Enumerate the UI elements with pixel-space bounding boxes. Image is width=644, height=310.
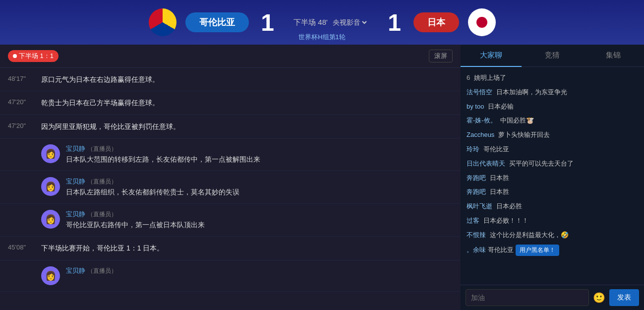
chat-num-badge: 6 — [467, 74, 470, 81]
chat-list: 6 姚明上场了 法号悟空 日本加油啊，为东亚争光 by too 日本必输 霍-姝… — [461, 67, 644, 285]
tab-highlights[interactable]: 集锦 — [583, 45, 644, 66]
commentary-header: 下半场 1：1 滚屏 — [0, 45, 461, 68]
comment-time — [8, 144, 35, 145]
comment-time: 47'20" — [8, 97, 35, 106]
avatar: 👩 — [41, 210, 60, 229]
chat-username: 奔跑吧 — [467, 174, 486, 182]
event-text: 乾贵士为日本在己方半场赢得任意球。 — [41, 97, 453, 108]
comment-item: 👩 宝贝静 （直播员） 日本队大范围的转移到左路，长友佑都传中，第一点被解围出来 — [0, 138, 461, 171]
comment-time: 47'20" — [8, 121, 35, 129]
chat-text: 买平的可以先去天台了 — [509, 160, 574, 167]
comment-author: 宝贝静 （直播员） — [66, 266, 453, 275]
comment-item: 👩 宝贝静 （直播员） 哥伦比亚队右路传中，第一点被日本队顶出来 — [0, 204, 461, 237]
chat-message: 奔跑吧 日本胜 — [467, 171, 638, 186]
comment-author: 宝贝静 （直播员） — [66, 177, 453, 186]
team-left-button[interactable]: 哥伦比亚 — [185, 12, 249, 32]
match-header: 哥伦比亚 1 下半场 48' 央视影音 1 日本 世界杯H组第1轮 — [0, 0, 644, 45]
comment-item: 47'20" 因为阿里亚斯犯规，哥伦比亚被判罚任意球。 — [0, 115, 461, 138]
match-info-center: 下半场 48' 央视影音 — [287, 18, 376, 27]
chat-message: 法号悟空 日本加油啊，为东亚争光 — [467, 85, 638, 100]
chat-message: 枫叶飞逝 日本必胜 — [467, 199, 638, 214]
match-time: 下半场 48' — [293, 18, 328, 27]
comment-body: 宝贝静 （直播员） 哥伦比亚队右路传中，第一点被日本队顶出来 — [66, 210, 453, 230]
chat-username: 奔跑吧 — [467, 188, 486, 195]
chat-message: 奔跑吧 日本胜 — [467, 185, 638, 199]
chat-message: 过客 日本必败！！！ — [467, 214, 638, 228]
comment-time — [8, 210, 35, 211]
team-left-flag — [149, 8, 176, 36]
chat-message: by too 日本必输 — [467, 100, 638, 114]
chat-message: 不恨辣 这个比分是利益最大化，🤣 — [467, 228, 638, 243]
chat-username: 玲玲 — [467, 145, 479, 153]
chat-username: 枫叶飞逝 — [467, 202, 492, 210]
source-select[interactable]: 央视影音 — [331, 18, 368, 27]
avatar: 👩 — [41, 266, 60, 285]
chat-text: 哥伦比亚 — [488, 245, 514, 255]
comment-time — [8, 177, 35, 178]
comment-time — [8, 266, 35, 267]
score-left: 1 — [258, 9, 278, 36]
avatar: 👩 — [41, 177, 60, 196]
popup-tag[interactable]: 用户黑名单！ — [516, 245, 559, 256]
chat-text: 姚明上场了 — [474, 74, 506, 81]
chat-message: 日出代表晴天 买平的可以先去天台了 — [467, 157, 638, 171]
live-status: 下半场 1：1 — [19, 52, 54, 61]
comment-author: 宝贝静 （直播员） — [66, 210, 453, 219]
comment-body: 因为阿里亚斯犯规，哥伦比亚被判罚任意球。 — [41, 121, 453, 132]
comment-author: 宝贝静 （直播员） — [66, 144, 453, 153]
team-right-flag — [468, 8, 496, 36]
chat-text: 日本必输 — [488, 103, 514, 110]
chat-username: Zaccheus — [467, 131, 494, 138]
chat-text: 日本必胜 — [496, 202, 522, 210]
comment-body: 乾贵士为日本在己方半场赢得任意球。 — [41, 97, 453, 108]
chat-text: 日本加油啊，为东亚争光 — [496, 88, 567, 96]
match-status: 下半场 48' 央视影音 — [293, 18, 368, 27]
chat-text: 日本胜 — [490, 188, 509, 195]
comment-text: 哥伦比亚队右路传中，第一点被日本队顶出来 — [66, 220, 453, 230]
comment-text: 日本队大范围的转移到左路，长友佑都传中，第一点被解围出来 — [66, 154, 453, 165]
chat-username: 霍-姝-攸。 — [467, 117, 497, 124]
event-text: 原口元气为日本在右边路赢得任意球。 — [41, 74, 453, 85]
tab-guess[interactable]: 竞猜 — [522, 45, 583, 66]
send-button[interactable]: 发表 — [609, 289, 639, 306]
chat-message: 霍-姝-攸。 中国必胜🐮 — [467, 114, 638, 128]
comment-body: 下半场比赛开始，哥伦比亚 1：1 日本。 — [41, 243, 453, 253]
comment-item: 47'20" 乾贵士为日本在己方半场赢得任意球。 — [0, 91, 461, 115]
chat-username: 法号悟空 — [467, 88, 492, 96]
comment-body: 宝贝静 （直播员） — [66, 266, 453, 276]
commentary-list: 48'17" 原口元气为日本在右边路赢得任意球。 47'20" 乾贵士为日本在己… — [0, 68, 461, 292]
comment-text: 日本队左路组织，长友佑都斜传乾贵士，莫名其妙的失误 — [66, 187, 453, 197]
match-round: 世界杯H组第1轮 — [298, 33, 346, 42]
chat-message: 玲玲 哥伦比亚 — [467, 142, 638, 157]
comment-body: 宝贝静 （直播员） 日本队左路组织，长友佑都斜传乾贵士，莫名其妙的失误 — [66, 177, 453, 197]
chat-message: Zaccheus 萝卜头快输开回去 — [467, 128, 638, 142]
header-content: 哥伦比亚 1 下半场 48' 央视影音 1 日本 — [10, 8, 634, 36]
chat-text: 萝卜头快输开回去 — [498, 131, 550, 138]
chat-input[interactable] — [466, 289, 589, 306]
comment-item: 48'17" 原口元气为日本在右边路赢得任意球。 — [0, 68, 461, 91]
main-area: 下半场 1：1 滚屏 48'17" 原口元气为日本在右边路赢得任意球。 47'2… — [0, 45, 644, 310]
chat-text: 这个比分是利益最大化，🤣 — [490, 231, 569, 239]
chat-username: 。余味 — [467, 245, 486, 255]
emoji-button[interactable]: 🙂 — [593, 292, 605, 304]
live-badge: 下半场 1：1 — [8, 50, 59, 62]
team-right-button[interactable]: 日本 — [413, 12, 459, 32]
chat-message: 6 姚明上场了 — [467, 71, 638, 85]
event-text: 下半场比赛开始，哥伦比亚 1：1 日本。 — [41, 243, 453, 253]
chat-text: 中国必胜🐮 — [500, 117, 534, 124]
chat-text: 日本胜 — [490, 174, 509, 182]
right-tabs: 大家聊 竞猜 集锦 — [461, 45, 644, 67]
chat-input-area: 🙂 发表 — [461, 285, 644, 310]
comment-item: 👩 宝贝静 （直播员） — [0, 260, 461, 292]
tab-chat[interactable]: 大家聊 — [461, 45, 522, 67]
scroll-button[interactable]: 滚屏 — [429, 50, 453, 62]
comment-body: 原口元气为日本在右边路赢得任意球。 — [41, 74, 453, 85]
comment-time: 48'17" — [8, 74, 35, 82]
commentary-panel: 下半场 1：1 滚屏 48'17" 原口元气为日本在右边路赢得任意球。 47'2… — [0, 45, 461, 310]
right-panel: 大家聊 竞猜 集锦 6 姚明上场了 法号悟空 日本加油啊，为东亚争光 by to… — [461, 45, 644, 310]
comment-time: 45'08" — [8, 243, 35, 251]
chat-username: by too — [467, 103, 484, 110]
score-right: 1 — [385, 9, 405, 36]
chat-text: 哥伦比亚 — [483, 145, 509, 153]
avatar: 👩 — [41, 144, 60, 163]
